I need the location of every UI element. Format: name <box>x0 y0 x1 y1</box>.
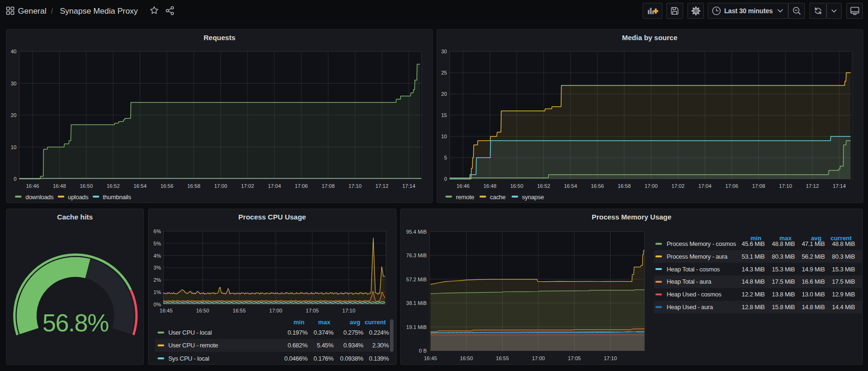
svg-text:45.6 MiB: 45.6 MiB <box>742 240 765 247</box>
svg-text:95.4 MiB: 95.4 MiB <box>406 229 427 235</box>
svg-text:20: 20 <box>11 112 17 118</box>
svg-text:17:04: 17:04 <box>698 183 711 189</box>
svg-text:6%: 6% <box>153 228 161 234</box>
svg-text:max: max <box>318 319 331 326</box>
svg-text:16:54: 16:54 <box>564 183 577 189</box>
svg-text:5: 5 <box>444 155 446 160</box>
svg-text:30: 30 <box>441 49 446 54</box>
svg-text:17:02: 17:02 <box>241 183 254 189</box>
svg-text:0.275%: 0.275% <box>343 329 364 336</box>
svg-text:cache: cache <box>490 194 505 201</box>
svg-text:14.3 MiB: 14.3 MiB <box>742 266 765 273</box>
svg-text:2%: 2% <box>153 277 161 283</box>
svg-text:17:14: 17:14 <box>833 183 846 189</box>
svg-text:Heap Total - cosmos: Heap Total - cosmos <box>667 266 720 273</box>
svg-text:0.176%: 0.176% <box>314 355 334 362</box>
svg-text:0.139%: 0.139% <box>369 355 389 362</box>
svg-text:10: 10 <box>441 134 446 139</box>
svg-text:16:48: 16:48 <box>483 183 496 189</box>
svg-text:76.3 MiB: 76.3 MiB <box>406 253 427 258</box>
svg-text:13.8 MiB: 13.8 MiB <box>772 291 795 298</box>
svg-text:38.1 MiB: 38.1 MiB <box>406 300 427 306</box>
svg-text:2.30%: 2.30% <box>372 342 389 349</box>
svg-text:17:02: 17:02 <box>671 183 685 189</box>
svg-text:14.9 MiB: 14.9 MiB <box>802 266 825 273</box>
svg-text:17:10: 17:10 <box>779 183 792 189</box>
svg-text:avg: avg <box>349 319 360 326</box>
svg-text:16.6 MiB: 16.6 MiB <box>802 278 825 285</box>
svg-text:0.0938%: 0.0938% <box>340 355 364 362</box>
svg-text:57.2 MiB: 57.2 MiB <box>406 277 427 282</box>
svg-text:0: 0 <box>444 176 446 182</box>
svg-text:53.1 MiB: 53.1 MiB <box>742 253 765 260</box>
svg-text:17:12: 17:12 <box>806 183 819 189</box>
svg-text:User CPU - local: User CPU - local <box>168 329 212 336</box>
svg-text:Heap Total - aura: Heap Total - aura <box>667 278 711 285</box>
svg-text:16:50: 16:50 <box>80 183 93 189</box>
svg-text:25: 25 <box>441 70 446 76</box>
svg-text:16:45: 16:45 <box>424 355 437 361</box>
svg-text:14.8 MiB: 14.8 MiB <box>802 304 825 311</box>
svg-text:17:04: 17:04 <box>268 183 281 189</box>
svg-text:48.8 MiB: 48.8 MiB <box>832 240 855 247</box>
svg-text:0.197%: 0.197% <box>287 329 307 336</box>
svg-text:Sys CPU - local: Sys CPU - local <box>168 355 209 362</box>
svg-text:remote: remote <box>456 194 474 201</box>
svg-text:17:10: 17:10 <box>342 308 355 313</box>
svg-text:17.5 MiB: 17.5 MiB <box>772 278 795 285</box>
svg-text:15.3 MiB: 15.3 MiB <box>832 266 855 273</box>
svg-text:17:00: 17:00 <box>645 183 658 189</box>
svg-text:47.1 MiB: 47.1 MiB <box>802 240 825 247</box>
svg-text:12.9 MiB: 12.9 MiB <box>832 291 855 298</box>
svg-text:17:08: 17:08 <box>322 183 335 189</box>
svg-text:17:00: 17:00 <box>532 355 545 361</box>
svg-text:17:06: 17:06 <box>295 183 308 189</box>
svg-text:5.45%: 5.45% <box>316 342 333 349</box>
svg-text:thumbnails: thumbnails <box>103 194 132 201</box>
svg-text:Heap Used - cosmos: Heap Used - cosmos <box>667 291 722 298</box>
svg-text:17:00: 17:00 <box>214 183 227 189</box>
svg-text:80.3 MiB: 80.3 MiB <box>832 253 855 260</box>
svg-text:16:58: 16:58 <box>187 183 200 189</box>
svg-text:/: / <box>51 7 53 15</box>
svg-text:15.3 MiB: 15.3 MiB <box>772 266 795 273</box>
svg-text:14.4 MiB: 14.4 MiB <box>832 304 855 311</box>
svg-text:16:56: 16:56 <box>591 183 604 189</box>
svg-text:0.682%: 0.682% <box>287 342 307 349</box>
svg-text:14.8 MiB: 14.8 MiB <box>742 278 765 285</box>
svg-text:4%: 4% <box>153 253 161 259</box>
svg-text:15.8 MiB: 15.8 MiB <box>772 304 795 311</box>
svg-text:56.8%: 56.8% <box>42 309 108 337</box>
svg-text:40: 40 <box>11 49 17 54</box>
svg-text:20: 20 <box>441 91 446 97</box>
svg-text:16:52: 16:52 <box>537 183 550 189</box>
svg-text:min: min <box>293 319 304 326</box>
svg-text:17:08: 17:08 <box>752 183 765 189</box>
svg-text:General: General <box>18 7 46 16</box>
svg-text:0: 0 <box>14 176 17 182</box>
svg-text:80.3 MiB: 80.3 MiB <box>772 253 795 260</box>
svg-text:16:55: 16:55 <box>232 308 246 313</box>
svg-text:3%: 3% <box>153 265 161 270</box>
svg-text:16:56: 16:56 <box>160 183 174 189</box>
svg-text:16:50: 16:50 <box>196 308 209 313</box>
svg-text:Process Memory - cosmos: Process Memory - cosmos <box>667 240 736 247</box>
svg-text:16:45: 16:45 <box>159 308 173 313</box>
svg-text:17:14: 17:14 <box>402 183 415 189</box>
svg-text:12.2 MiB: 12.2 MiB <box>742 291 765 298</box>
svg-text:19.1 MiB: 19.1 MiB <box>406 324 427 330</box>
svg-text:0.224%: 0.224% <box>369 329 389 336</box>
svg-text:17:05: 17:05 <box>568 355 581 361</box>
svg-text:0.0466%: 0.0466% <box>284 355 307 362</box>
svg-text:Last 30 minutes: Last 30 minutes <box>724 7 773 15</box>
svg-text:17:12: 17:12 <box>375 183 389 189</box>
svg-text:5%: 5% <box>153 241 161 246</box>
svg-text:0%: 0% <box>153 302 161 307</box>
svg-text:1%: 1% <box>153 289 161 295</box>
svg-text:16:54: 16:54 <box>133 183 147 189</box>
svg-text:Heap Used - aura: Heap Used - aura <box>667 304 713 311</box>
svg-text:13.0 MiB: 13.0 MiB <box>802 291 825 298</box>
svg-text:30: 30 <box>11 81 17 86</box>
svg-text:0 B: 0 B <box>419 348 427 354</box>
svg-text:Process Memory - aura: Process Memory - aura <box>667 253 728 260</box>
